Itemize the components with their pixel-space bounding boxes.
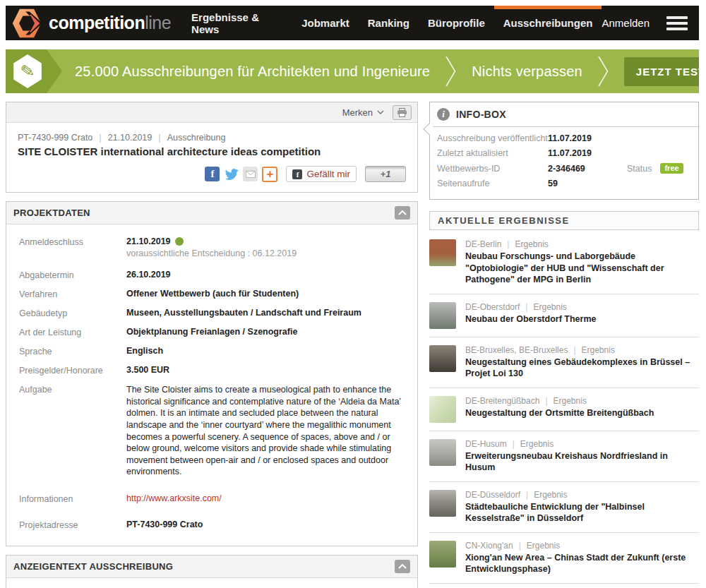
- email-share-icon[interactable]: [243, 167, 258, 181]
- field-value: 26.10.2019: [126, 270, 406, 280]
- field-sprache: Sprache Englisch: [19, 346, 406, 356]
- card-toolbar: Merken: [6, 102, 417, 123]
- entry-type: Ausschreibung: [152, 133, 225, 143]
- nav-right: Anmelden: [602, 6, 699, 40]
- nav-item-bueroprofile[interactable]: Büroprofile: [419, 6, 494, 40]
- nav-item-ergebnisse-news[interactable]: Ergebnisse & News: [182, 6, 292, 40]
- result-tag: Ergebnis: [520, 490, 568, 500]
- result-tag: Ergebnis: [513, 541, 561, 551]
- result-tag: Ergebnis: [568, 345, 615, 355]
- field-value: Offener Wettbewerb (auch für Studenten): [126, 289, 406, 299]
- nav-item-ausschreibungen[interactable]: Ausschreibungen: [494, 6, 602, 40]
- login-link[interactable]: Anmelden: [602, 17, 650, 29]
- result-tag: Ergebnis: [501, 239, 549, 249]
- brand-wordmark: competitionline: [49, 13, 171, 33]
- status-label: Status: [627, 164, 652, 174]
- result-meta: BE-Bruxelles, BE-BruxellesErgebnis: [465, 345, 699, 355]
- task-description: The Site Cloister aims to create a museo…: [126, 384, 406, 478]
- competitionline-logo-icon: [11, 8, 42, 39]
- results-list: DE-BerlinErgebnis Neubau Forschungs- und…: [429, 232, 699, 588]
- promo-banner-badge: ✎: [6, 49, 62, 93]
- merken-label: Merken: [342, 107, 373, 118]
- merken-dropdown[interactable]: Merken: [342, 107, 384, 118]
- collapse-section-button[interactable]: [395, 560, 410, 573]
- deadline-status-dot: [175, 237, 184, 246]
- result-title: Neubau der Oberstdorf Therme: [465, 313, 596, 325]
- section-header: ANZEIGENTEXT AUSSCHREIBUNG: [6, 556, 417, 578]
- info-row-seitenaufrufe: Seitenaufrufe 59: [437, 179, 691, 188]
- field-value: 21.10.2019: [126, 236, 171, 246]
- cta-label: JETZT TESTEN: [636, 66, 699, 78]
- field-preisgelder: Preisgelder/Honorare 3.500 EUR: [19, 365, 406, 376]
- brand-logo-link[interactable]: competitionline: [6, 6, 182, 40]
- info-row-veroeffentlicht: Ausschreibung veröffentlicht 11.07.2019: [437, 133, 691, 143]
- result-title: Neugestaltung der Ortsmitte Breitengüßba…: [465, 407, 654, 419]
- field-value: PT-7430-999 Crato: [126, 520, 406, 530]
- section-title: ANZEIGENTEXT AUSSCHREIBUNG: [13, 561, 173, 572]
- section-title: PROJEKTDATEN: [13, 208, 90, 218]
- brand-primary: competition: [49, 13, 145, 32]
- external-website-link[interactable]: http://www.arkxsite.com/: [126, 493, 222, 503]
- result-title: Xiong'an New Area – Chinas Stadt der Zuk…: [465, 552, 699, 575]
- field-value: Museen, Ausstellungsbauten / Landschaft …: [126, 308, 406, 318]
- promo-banner: ✎ 25.000 Ausschreibungen für Architekten…: [6, 49, 699, 93]
- field-subtext: voraussichtliche Entscheidung : 06.12.20…: [126, 248, 406, 258]
- google-plusone-button[interactable]: +1: [365, 166, 406, 182]
- section-header: PROJEKTDATEN: [6, 202, 417, 224]
- result-item-berlin[interactable]: DE-BerlinErgebnis Neubau Forschungs- und…: [429, 232, 699, 294]
- result-thumbnail: [429, 541, 456, 568]
- info-box-title: INFO-BOX: [456, 109, 506, 120]
- page-title: SITE CLOISTER international architecture…: [18, 145, 406, 157]
- result-item-xiongan[interactable]: CN-Xiong'anErgebnis Xiong'an New Area – …: [429, 533, 699, 584]
- info-row-wettbewerbs-id: Wettbewerbs-ID 2-346469 Status free: [437, 163, 691, 174]
- collapse-section-button[interactable]: [395, 206, 410, 220]
- twitter-share-icon[interactable]: [224, 167, 239, 181]
- field-art-der-leistung: Art der Leistung Objektplanung Freianlag…: [19, 327, 406, 337]
- anzeigentext-section: ANZEIGENTEXT AUSSCHREIBUNG Liegt nicht v…: [6, 555, 418, 588]
- result-title: Erweiterungsneubau Kreishaus Nordfriesla…: [465, 450, 699, 474]
- result-meta: DE-OberstdorfErgebnis: [465, 302, 596, 312]
- info-box-header: i INFO-BOX: [430, 102, 698, 127]
- social-share-row: f + f Gefällt mir +1: [18, 166, 406, 182]
- result-item-luebeck[interactable]: DE-LübeckErgebnis Neubau eines Hotels au…: [429, 584, 699, 588]
- result-item-breitenguessbach[interactable]: DE-BreitengüßbachErgebnis Neugestaltung …: [429, 388, 699, 431]
- project-code: PT-7430-999 Crato: [18, 133, 92, 143]
- nav-item-ranking[interactable]: Ranking: [359, 6, 419, 40]
- result-location: DE-Berlin: [465, 239, 501, 249]
- result-location: DE-Breitengüßbach: [465, 396, 539, 406]
- field-value: Objektplanung Freianlagen / Szenografie: [126, 327, 406, 337]
- hamburger-menu-icon[interactable]: [665, 13, 689, 33]
- promo-tagline: Nichts verpassen: [472, 64, 582, 80]
- card-body: PT-7430-999 Crato21.10.2019Ausschreibung…: [6, 123, 417, 192]
- nav-item-jobmarkt[interactable]: Jobmarkt: [292, 6, 359, 40]
- nav-links: Ergebnisse & News Jobmarkt Ranking Bürop…: [182, 6, 602, 40]
- facebook-share-icon[interactable]: f: [205, 167, 220, 181]
- field-informationen: Informationen http://www.arkxsite.com/: [19, 493, 406, 504]
- result-thumbnail: [429, 490, 456, 517]
- result-title: Städtebauliche Entwicklung der "Halbinse…: [465, 501, 699, 524]
- chevron-down-icon: [377, 110, 384, 114]
- status-group: Status free: [627, 163, 683, 174]
- chevron-separator-icon: [598, 56, 609, 87]
- share-more-icon[interactable]: +: [262, 167, 277, 182]
- field-abgabetermin: Abgabetermin 26.10.2019: [19, 270, 406, 280]
- result-item-bruxelles[interactable]: BE-Bruxelles, BE-BruxellesErgebnis Neuge…: [429, 337, 699, 388]
- chevron-up-icon: [398, 210, 407, 215]
- brand-secondary: line: [145, 13, 171, 32]
- field-projektadresse: Projektadresse PT-7430-999 Crato: [19, 520, 406, 530]
- result-tag: Ergebnis: [520, 302, 567, 312]
- result-item-duesseldorf[interactable]: DE-DüsseldorfErgebnis Städtebauliche Ent…: [429, 482, 699, 533]
- result-item-husum[interactable]: DE-HusumErgebnis Erweiterungsneubau Krei…: [429, 431, 699, 482]
- result-meta: CN-Xiong'anErgebnis: [465, 541, 699, 551]
- result-item-oberstdorf[interactable]: DE-OberstdorfErgebnis Neubau der Oberstd…: [429, 294, 699, 337]
- facebook-like-button[interactable]: f Gefällt mir: [286, 166, 357, 182]
- anzeigentext-body: Liegt nicht vor.: [6, 578, 417, 588]
- jetzt-testen-button[interactable]: JETZT TESTEN: [624, 57, 699, 86]
- result-thumbnail: [429, 345, 456, 372]
- info-row-aktualisiert: Zuletzt aktualisiert 11.07.2019: [437, 148, 691, 158]
- print-button[interactable]: [393, 105, 412, 120]
- deadline-date: 21.10.2019: [92, 133, 152, 143]
- page: competitionline Ergebnisse & News Jobmar…: [0, 0, 706, 588]
- field-value: 3.500 EUR: [126, 365, 406, 376]
- sidebar: i INFO-BOX Ausschreibung veröffentlicht …: [429, 102, 699, 588]
